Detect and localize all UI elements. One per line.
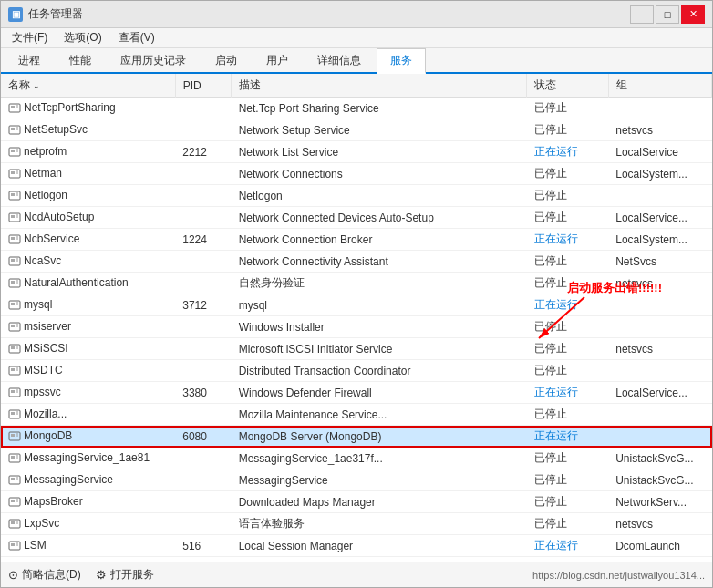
tab-startup[interactable]: 启动 [202, 48, 251, 72]
table-row[interactable]: NaturalAuthentication自然身份验证已停止netsvcs [1, 273, 712, 294]
svg-rect-27 [11, 237, 15, 240]
table-row[interactable]: MSiSCSIMicrosoft iSCSI Initiator Service… [1, 338, 712, 360]
cell-group [608, 404, 711, 426]
gear-icon: ⚙ [96, 568, 107, 582]
table-row[interactable]: netprofm2212Network List Service正在运行Loca… [1, 141, 712, 163]
table-row[interactable]: MapsBrokerDownloaded Maps Manager已停止Netw… [1, 491, 712, 513]
table-row[interactable]: MSDTCDistributed Transaction Coordinator… [1, 360, 712, 382]
table-row[interactable]: mpssvc3380Windows Defender Firewall正在运行L… [1, 382, 712, 404]
col-header-desc[interactable]: 描述 [232, 74, 527, 98]
cell-group [608, 294, 711, 316]
table-row[interactable]: NcbService1224Network Connection Broker正… [1, 229, 712, 251]
menu-view[interactable]: 查看(V) [111, 28, 162, 47]
cell-status: 已停止 [527, 316, 608, 338]
service-icon [8, 452, 21, 465]
table-row[interactable]: LMS2372Intel(R) Management and Security … [1, 557, 712, 562]
cell-pid [175, 163, 231, 185]
table-row[interactable]: LxpSvc语言体验服务已停止netsvcs [1, 513, 712, 535]
cell-group: UnistackSvcG... [608, 448, 711, 469]
services-table-container[interactable]: 名称 ⌄ PID 描述 状态 组 NetTcpPortSharingNet.Tc… [1, 74, 712, 562]
service-icon [8, 474, 21, 487]
service-icon [8, 102, 21, 115]
open-service-button[interactable]: ⚙ 打开服务 [96, 567, 154, 583]
minimize-button[interactable]: ─ [630, 5, 654, 24]
tab-process[interactable]: 进程 [5, 48, 54, 72]
cell-pid: 2212 [175, 141, 231, 163]
cell-pid: 1224 [175, 229, 231, 251]
cell-status: 已停止 [527, 251, 608, 273]
table-row[interactable]: LSM516Local Session Manager正在运行DcomLaunc… [1, 535, 712, 557]
cell-desc: MongoDB Server (MongoDB) [232, 426, 527, 448]
svg-rect-43 [11, 325, 15, 327]
cell-pid [175, 404, 231, 426]
table-row[interactable]: mysql3712mysql正在运行 [1, 294, 712, 316]
service-name-text: msiserver [24, 320, 71, 333]
cell-desc: MessagingService_1ae317f... [232, 448, 527, 469]
cell-group: NetworkServ... [608, 491, 711, 513]
svg-rect-51 [11, 368, 15, 371]
cell-group: DcomLaunch [608, 535, 711, 557]
table-row[interactable]: NcdAutoSetupNetwork Connected Devices Au… [1, 207, 712, 229]
services-tbody: NetTcpPortSharingNet.Tcp Port Sharing Se… [1, 98, 712, 562]
col-header-pid[interactable]: PID [175, 74, 231, 98]
tab-details[interactable]: 详细信息 [304, 48, 375, 72]
cell-service-name: LxpSvc [1, 513, 175, 535]
cell-group: NetSvcs [608, 251, 711, 273]
cell-service-name: msiserver [1, 316, 175, 338]
table-row[interactable]: MongoDB6080MongoDB Server (MongoDB)正在运行 [1, 426, 712, 448]
cell-desc: Local Session Manager [232, 535, 527, 557]
cell-status: 正在运行 [527, 294, 608, 316]
service-icon [8, 211, 21, 224]
col-header-status[interactable]: 状态 [527, 74, 608, 98]
cell-service-name: mysql [1, 294, 175, 316]
cell-group: LocalService [608, 141, 711, 163]
table-row[interactable]: MessagingService_1ae81MessagingService_1… [1, 448, 712, 469]
service-icon [8, 540, 21, 552]
cell-group: netsvcs [608, 338, 711, 360]
service-name-text: mysql [24, 298, 52, 311]
summary-button[interactable]: ⊙ 简略信息(D) [8, 567, 81, 583]
tab-users[interactable]: 用户 [253, 48, 302, 72]
svg-rect-31 [11, 259, 15, 262]
col-header-name[interactable]: 名称 ⌄ [1, 74, 175, 98]
cell-status: 已停止 [527, 185, 608, 207]
cell-pid: 2372 [175, 557, 231, 562]
cell-pid [175, 251, 231, 273]
cell-pid [175, 98, 231, 119]
table-row[interactable]: NetlogonNetlogon已停止 [1, 185, 712, 207]
table-row[interactable]: msiserverWindows Installer已停止 [1, 316, 712, 338]
col-header-group[interactable]: 组 [608, 74, 711, 98]
table-row[interactable]: Mozilla...Mozilla Maintenance Service...… [1, 404, 712, 426]
service-icon [8, 430, 21, 443]
service-name-text: MapsBroker [24, 495, 83, 508]
cell-status: 已停止 [527, 448, 608, 469]
summary-icon: ⊙ [8, 568, 18, 582]
table-row[interactable]: NetTcpPortSharingNet.Tcp Port Sharing Se… [1, 98, 712, 119]
cell-group: netsvcs [608, 513, 711, 535]
cell-status: 正在运行 [527, 141, 608, 163]
cell-desc: mysql [232, 294, 527, 316]
cell-status: 正在运行 [527, 229, 608, 251]
table-row[interactable]: NcaSvcNetwork Connectivity Assistant已停止N… [1, 251, 712, 273]
menu-options[interactable]: 选项(O) [57, 28, 108, 47]
table-row[interactable]: MessagingServiceMessagingService已停止Unist… [1, 469, 712, 491]
tab-services[interactable]: 服务 [377, 48, 426, 74]
table-row[interactable]: NetmanNetwork Connections已停止LocalSystem.… [1, 163, 712, 185]
statusbar: ⊙ 简略信息(D) ⚙ 打开服务 https://blog.csdn.net/j… [1, 562, 712, 587]
services-table: 名称 ⌄ PID 描述 状态 组 NetTcpPortSharingNet.Tc… [1, 74, 712, 562]
close-button[interactable]: ✕ [681, 5, 705, 24]
service-name-text: NcbService [24, 232, 79, 245]
cell-pid: 6080 [175, 426, 231, 448]
table-row[interactable]: NetSetupSvcNetwork Setup Service已停止netsv… [1, 119, 712, 141]
cell-service-name: LSM [1, 535, 175, 557]
tab-performance[interactable]: 性能 [56, 48, 105, 72]
maximize-button[interactable]: □ [656, 5, 679, 24]
menu-file[interactable]: 文件(F) [5, 28, 55, 47]
service-icon [8, 518, 21, 531]
svg-rect-75 [11, 500, 15, 502]
svg-rect-15 [11, 171, 15, 174]
cell-service-name: NaturalAuthentication [1, 273, 175, 294]
cell-desc: Network Setup Service [232, 119, 527, 141]
tab-app-history[interactable]: 应用历史记录 [107, 48, 200, 72]
cell-service-name: LMS [1, 557, 175, 562]
